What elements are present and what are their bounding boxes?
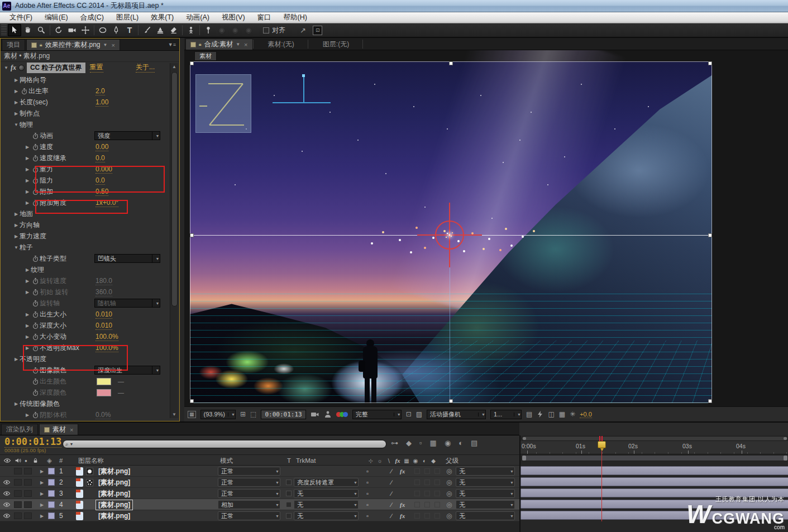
timeline-mini-tools[interactable]: ⊶◆▫▦◉◐▤ — [391, 439, 477, 447]
layer-parent-dropdown[interactable]: 无▼ — [456, 511, 515, 520]
property-dropdown[interactable]: 凹镜头▼ — [94, 254, 160, 263]
expand-arrow-icon[interactable]: ▶ — [24, 267, 31, 272]
expand-arrow-icon[interactable]: ▶ — [24, 167, 31, 172]
timeline-tab-0[interactable]: 渲染队列 — [1, 424, 38, 435]
stopwatch-icon[interactable] — [31, 411, 40, 419]
property-value[interactable]: 1.00 — [95, 98, 108, 107]
layer-lock-cell[interactable] — [24, 510, 32, 521]
layer-mode-dropdown[interactable]: 相加▼ — [218, 500, 280, 509]
layer-name[interactable]: [素材.png] — [96, 511, 132, 521]
reset-button[interactable]: 重置 — [90, 63, 103, 73]
layer-switch-cell-1[interactable] — [424, 466, 430, 477]
pan-behind-tool-icon[interactable] — [79, 24, 92, 36]
snap-checkbox[interactable] — [263, 27, 269, 33]
property-row-旋转轴[interactable]: 旋转轴随机轴▼ — [1, 298, 168, 309]
layer-switch-cell-1[interactable] — [424, 510, 430, 521]
layer-handle[interactable] — [708, 61, 712, 65]
layer-row-4[interactable]: ▶4[素材.png]相加▼无▼▫∕fx◎无▼ — [0, 499, 519, 510]
chevron-down-icon[interactable]: ▼ — [103, 42, 108, 47]
layer-shy-toggle[interactable]: ▫ — [366, 477, 369, 488]
layer-trkmat-dropdown[interactable]: 亮度反转遮罩▼ — [294, 478, 359, 487]
layer-shy-toggle[interactable]: ▫ — [366, 510, 369, 521]
layer-expand-arrow[interactable]: ▶ — [40, 488, 44, 499]
property-value[interactable]: 100.0% — [95, 333, 118, 341]
layer-handle[interactable] — [708, 399, 712, 403]
layer-row-3[interactable]: ▶3[素材.png]正常▼无▼▫∕◎无▼ — [0, 488, 519, 499]
expand-arrow-icon[interactable]: ▶ — [24, 334, 31, 339]
layer-switch-cell-1[interactable] — [424, 477, 430, 488]
chevron-down-icon[interactable]: ▼ — [272, 514, 280, 518]
property-value[interactable]: 0.0 — [95, 154, 105, 162]
layer-switch-cell-0[interactable] — [414, 499, 420, 510]
frame-blend-icon[interactable]: ▦ — [430, 439, 437, 447]
layer-fx-toggle[interactable]: fx — [400, 466, 405, 477]
viewer-tab-0[interactable]: 🔒︎合成:素材▼× — [185, 39, 253, 50]
expand-arrow-icon[interactable]: ▶ — [13, 78, 20, 83]
resolution-dropdown[interactable]: 完整▼ — [352, 410, 402, 419]
collapse-icon[interactable]: ▼ — [4, 65, 8, 70]
expand-arrow-icon[interactable]: ▶ — [13, 223, 20, 228]
property-row-速度[interactable]: ▶速度0.00 — [1, 141, 168, 152]
chevron-down-icon[interactable]: ▼ — [152, 132, 160, 140]
property-row-重力速度[interactable]: ▶重力速度 — [1, 231, 168, 242]
chevron-down-icon[interactable]: ▼ — [507, 514, 514, 518]
layer-quality-toggle[interactable]: ∕ — [391, 488, 392, 499]
chevron-down-icon[interactable]: ▼ — [236, 42, 240, 47]
stopwatch-icon[interactable] — [31, 300, 40, 307]
fast-preview-icon[interactable] — [537, 410, 543, 418]
layer-name[interactable]: [素材.png] — [96, 467, 132, 476]
layer-lock-cell[interactable] — [24, 499, 32, 510]
work-area-bar[interactable] — [522, 455, 788, 461]
layer-trkmat-dropdown[interactable]: 无▼ — [294, 511, 359, 520]
chevron-down-icon[interactable]: ▼ — [152, 255, 160, 262]
layer-shy-toggle[interactable]: ▫ — [366, 488, 369, 499]
stopwatch-icon[interactable] — [31, 333, 40, 341]
ne-arrow-icon[interactable]: ↗ — [300, 27, 306, 34]
about-button[interactable]: 关于... — [136, 63, 155, 73]
motion-blur-icon[interactable]: ◉ — [445, 439, 451, 447]
view-layout-dropdown[interactable]: 1...▼ — [490, 410, 522, 419]
layer-mode-dropdown[interactable]: 正常▼ — [218, 478, 280, 487]
layer-fx-toggle[interactable]: fx — [400, 499, 405, 510]
property-value[interactable]: 0.010 — [95, 310, 112, 319]
safe-margins-icon[interactable]: ⊞ — [240, 411, 246, 418]
expand-arrow-icon[interactable]: ▶ — [13, 212, 20, 217]
brainstorm-icon[interactable]: ◐ — [459, 439, 463, 447]
hand-tool-icon[interactable] — [21, 24, 35, 36]
expand-arrow-icon[interactable]: ▼ — [13, 245, 20, 250]
current-time-indicator[interactable] — [598, 441, 606, 448]
stopwatch-icon[interactable] — [31, 155, 40, 162]
expand-arrow-icon[interactable]: ▶ — [24, 312, 31, 317]
menu-item-6[interactable]: 视图(V) — [216, 12, 251, 23]
chevron-down-icon[interactable]: ▼ — [152, 366, 160, 374]
layer-switch-cell-2[interactable] — [434, 488, 440, 499]
draft-3d-icon[interactable]: ◆ — [406, 439, 412, 447]
close-icon[interactable]: × — [70, 426, 73, 433]
clone-stamp-tool-icon[interactable] — [154, 24, 167, 36]
show-snapshot-icon[interactable] — [324, 410, 332, 418]
effect-name[interactable]: CC 粒子仿真世界 — [27, 63, 85, 73]
mode-column-header[interactable]: 模式 — [220, 455, 233, 466]
stopwatch-icon[interactable] — [20, 88, 28, 95]
flowchart-button-icon[interactable]: ▦ — [559, 411, 565, 418]
effect-header-row[interactable]: ▼ fx CC 粒子仿真世界 重置 关于... ▲ — [1, 62, 179, 73]
menu-item-5[interactable]: 动画(A) — [180, 12, 216, 23]
region-tool-icon[interactable]: ⊡ — [313, 26, 323, 35]
trkmat-column-header[interactable]: TrkMat — [296, 455, 316, 466]
expand-arrow-icon[interactable]: ▶ — [13, 401, 20, 406]
expand-arrow-icon[interactable]: ▶ — [24, 200, 31, 205]
layer-trkmat-dropdown[interactable]: 无▼ — [294, 489, 359, 498]
layer-switch-cell-2[interactable] — [434, 466, 440, 477]
property-value[interactable]: 180.0 — [95, 277, 112, 285]
property-row-粒子[interactable]: ▼粒子 — [1, 242, 168, 253]
comp-flowchart-icon[interactable]: ⊶ — [391, 439, 398, 447]
layer-audio-cell[interactable] — [14, 477, 22, 488]
parent-pickwhip-icon[interactable]: ◎ — [446, 466, 452, 477]
stopwatch-icon[interactable] — [31, 132, 40, 140]
layer-lock-cell[interactable] — [24, 488, 32, 499]
chevron-down-icon[interactable]: ▼ — [507, 503, 514, 507]
layer-row-5[interactable]: ▶5[素材.png]正常▼无▼▫∕fx◎无▼ — [0, 510, 519, 521]
transparency-grid-icon[interactable]: ▨ — [416, 411, 422, 418]
layer-label-swatch[interactable] — [48, 510, 55, 521]
selection-tool-icon[interactable] — [8, 24, 21, 36]
